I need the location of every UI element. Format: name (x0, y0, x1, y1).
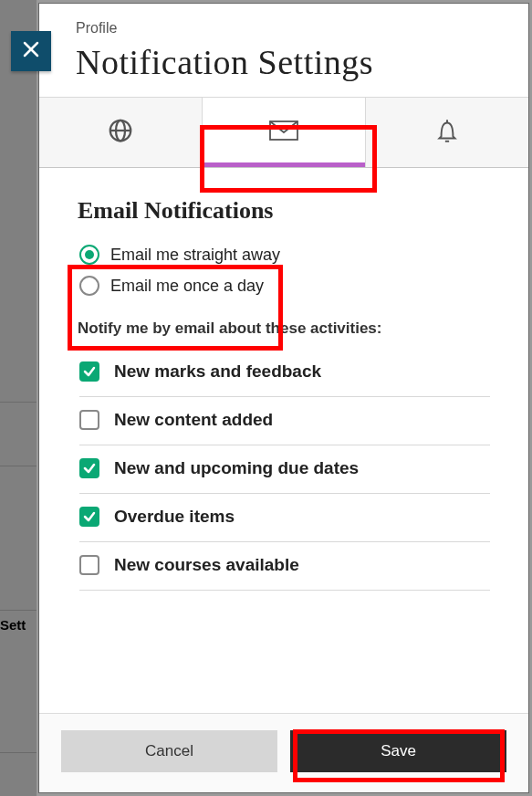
breadcrumb[interactable]: Profile (76, 20, 528, 37)
checkbox-icon (79, 458, 99, 478)
checkbox-label: New courses available (114, 555, 299, 575)
close-icon (21, 39, 41, 63)
tab-push[interactable] (366, 98, 528, 167)
checkbox-label: New marks and feedback (114, 361, 321, 382)
activities-list: New marks and feedback New content added… (78, 354, 490, 591)
checkbox-row-marks[interactable]: New marks and feedback (79, 354, 490, 397)
bell-icon (435, 117, 459, 148)
checkbox-label: New content added (114, 410, 273, 430)
radio-straight-away[interactable]: Email me straight away (79, 245, 490, 265)
panel-content: Email Notifications Email me straight aw… (39, 168, 528, 713)
close-button[interactable] (11, 31, 51, 71)
checkbox-icon (79, 507, 99, 527)
panel-footer: Cancel Save (39, 713, 528, 792)
page-title: Notification Settings (76, 42, 528, 82)
checkbox-row-new-courses[interactable]: New courses available (79, 542, 490, 591)
checkbox-icon (79, 555, 99, 575)
tab-email[interactable] (203, 98, 366, 167)
radio-label: Email me straight away (110, 246, 280, 265)
checkbox-icon (79, 361, 99, 382)
radio-icon (79, 276, 99, 296)
email-frequency-group: Email me straight away Email me once a d… (78, 245, 490, 296)
globe-icon (107, 117, 134, 148)
checkbox-label: Overdue items (114, 507, 235, 527)
section-heading: Email Notifications (78, 197, 490, 225)
settings-panel: Profile Notification Settings (38, 3, 529, 793)
cancel-button[interactable]: Cancel (61, 730, 277, 772)
underlying-sidebar: Sett (0, 0, 37, 796)
mail-icon (268, 120, 299, 145)
checkbox-row-due-dates[interactable]: New and upcoming due dates (79, 445, 490, 494)
checkbox-row-content[interactable]: New content added (79, 397, 490, 445)
radio-label: Email me once a day (110, 277, 264, 296)
checkbox-icon (79, 410, 99, 430)
panel-header: Profile Notification Settings (39, 4, 528, 97)
tab-bar (39, 97, 528, 168)
activities-subheading: Notify me by email about these activitie… (78, 319, 490, 338)
sidebar-fragment-text: Sett (0, 617, 26, 633)
radio-icon (79, 245, 99, 265)
checkbox-row-overdue[interactable]: Overdue items (79, 494, 490, 542)
checkbox-label: New and upcoming due dates (114, 458, 359, 478)
radio-once-a-day[interactable]: Email me once a day (79, 276, 490, 296)
save-button[interactable]: Save (290, 730, 506, 772)
tab-stream[interactable] (39, 98, 203, 167)
